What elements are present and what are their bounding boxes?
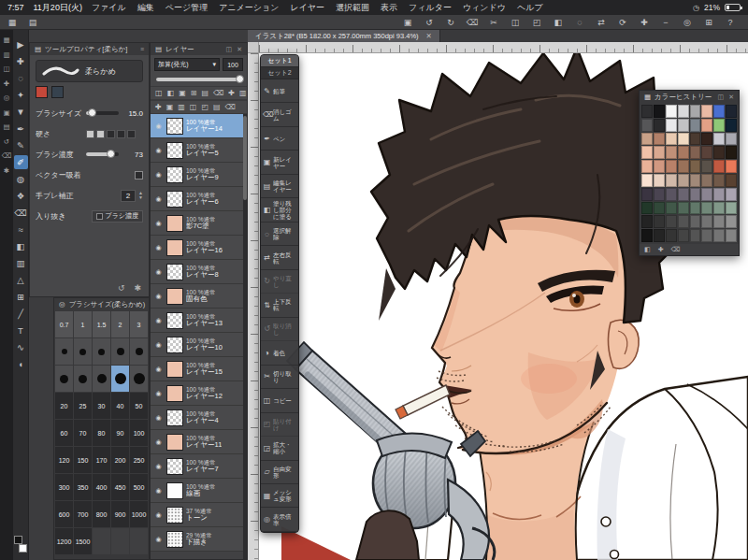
layer-row[interactable]: ◉100 %通常レイヤー16 — [151, 236, 247, 260]
layer-visibility-toggle[interactable]: ◉ — [153, 366, 164, 373]
redo-icon[interactable]: ↻ — [444, 16, 457, 28]
menu-item[interactable]: 表示 — [381, 2, 397, 14]
menu-item[interactable]: レイヤー — [290, 2, 324, 14]
edge-icon[interactable]: ✚ — [4, 80, 9, 88]
color-swatch[interactable] — [678, 105, 689, 118]
color-swatch[interactable] — [726, 174, 737, 187]
brush-size-cell[interactable]: 1500 — [74, 528, 92, 554]
brush-size-cell[interactable]: 800 — [93, 501, 110, 527]
color-swatch[interactable] — [678, 174, 689, 187]
layer-row[interactable]: ◉100 %通常線画 — [151, 479, 247, 503]
menu-item[interactable]: ファイル — [92, 2, 126, 14]
color-swatch[interactable] — [690, 202, 701, 215]
color-swatch[interactable] — [654, 215, 665, 228]
density-slider[interactable] — [86, 152, 119, 156]
layer-panel-icon[interactable]: ⌫ — [213, 89, 223, 97]
quick-access-item[interactable]: ⇅上下反転 — [261, 294, 298, 317]
layer-visibility-toggle[interactable]: ◉ — [153, 171, 164, 179]
color-swatch[interactable] — [701, 215, 712, 228]
color-swatch[interactable] — [678, 146, 689, 159]
layer-row[interactable]: ◉100 %通常レイヤー13 — [151, 309, 247, 333]
layer-visibility-toggle[interactable]: ◉ — [153, 244, 164, 251]
zoom-out-icon[interactable]: − — [659, 16, 672, 28]
reset-icon[interactable]: ↺ — [118, 283, 125, 293]
layer-opacity-value[interactable]: 100 — [223, 58, 243, 71]
color-swatch[interactable] — [726, 133, 737, 146]
brush-size-cell[interactable]: 3 — [130, 311, 148, 337]
eyedropper-tool[interactable]: ▼ — [14, 105, 28, 119]
layer-row[interactable]: ◉100 %通常レイヤー4 — [151, 406, 247, 430]
undo-icon[interactable]: ↺ — [423, 16, 436, 28]
layer-row[interactable]: ◉100 %通常レイヤー8 — [151, 260, 247, 284]
line-correct-tool[interactable]: ∿ — [14, 340, 28, 354]
layer-row[interactable]: ◉100 %通常レイヤー6 — [151, 187, 247, 211]
text-tool[interactable]: T — [14, 323, 28, 337]
color-swatch[interactable] — [666, 188, 677, 201]
quick-access-item[interactable]: ◫コピー — [261, 389, 298, 412]
decoration-tool[interactable]: ❖ — [14, 189, 28, 203]
brush-size-cell[interactable]: 450 — [111, 474, 129, 500]
edge-icon[interactable]: ↺ — [4, 138, 9, 146]
brush-size-cell[interactable]: 700 — [74, 501, 92, 527]
stepper-arrows-icon[interactable]: ▲▼ — [138, 191, 143, 200]
pen-tool[interactable]: ✒ — [14, 122, 28, 136]
color-swatch[interactable] — [666, 215, 677, 228]
brush-size-cell[interactable] — [111, 366, 129, 392]
color-swatch[interactable] — [690, 133, 701, 146]
color-swatch[interactable] — [654, 188, 665, 201]
layer-visibility-toggle[interactable]: ◉ — [153, 317, 164, 324]
flip-horizontal-icon[interactable]: ⇄ — [595, 16, 608, 28]
panel-collapse-icon[interactable]: ◫ — [226, 46, 233, 53]
edge-icon[interactable]: ⌫ — [2, 152, 12, 160]
lasso-tool[interactable]: ◌ — [14, 71, 28, 85]
color-swatch[interactable] — [726, 215, 737, 228]
layer-visibility-toggle[interactable]: ◉ — [153, 293, 164, 300]
brush-size-cell[interactable]: 350 — [74, 474, 92, 500]
color-swatch[interactable] — [641, 160, 653, 173]
main-color-swatch[interactable] — [14, 536, 22, 544]
quick-access-item[interactable]: ◑着色 — [261, 341, 298, 365]
layer-row[interactable]: ◉100 %通常影7C塗 — [151, 211, 247, 236]
layer-row[interactable]: ◉100 %通常レイヤー14 — [151, 114, 247, 138]
quick-access-item[interactable]: ✎鉛筆 — [261, 79, 298, 103]
rotate-icon[interactable]: ⟳ — [616, 16, 629, 28]
quick-access-item[interactable]: ◎表示倍率 — [261, 508, 298, 531]
color-swatch[interactable] — [713, 215, 725, 228]
in-out-checkbox[interactable] — [96, 213, 103, 220]
layer-panel-icon[interactable]: ⌫ — [225, 103, 236, 111]
color-history-header[interactable]: ▦ カラーヒストリー ◫ ✕ — [640, 91, 739, 103]
edge-icon[interactable]: ▤ — [3, 123, 9, 131]
brush-size-cell[interactable] — [130, 366, 148, 392]
layer-panel-icon[interactable]: ◰ — [201, 103, 209, 111]
color-swatch[interactable] — [641, 146, 653, 159]
palette-dock-icon[interactable]: ▤ — [26, 16, 39, 28]
blend-mode-select[interactable]: 加算(発光) ▾ — [154, 58, 220, 71]
menu-item[interactable]: 選択範囲 — [336, 2, 369, 14]
edge-icon[interactable]: ▥ — [3, 51, 9, 59]
cut-icon[interactable]: ✂ — [487, 16, 500, 28]
quick-access-item[interactable]: ◌選択解除 — [261, 223, 298, 246]
main-color-chip[interactable] — [36, 86, 48, 98]
panel-menu-icon[interactable]: ≡ — [140, 46, 144, 52]
color-swatch[interactable] — [726, 119, 737, 132]
color-swatch[interactable] — [654, 202, 665, 215]
grid-icon[interactable]: ⊞ — [702, 16, 715, 28]
color-swatch[interactable] — [726, 160, 737, 173]
color-swatch[interactable] — [654, 160, 665, 173]
color-swatch[interactable] — [701, 105, 712, 118]
layer-visibility-toggle[interactable]: ◉ — [153, 511, 164, 519]
layer-panel-icon[interactable]: ▥ — [239, 89, 247, 97]
brush-size-cell[interactable] — [74, 338, 92, 365]
color-swatch[interactable] — [641, 215, 653, 228]
color-swatch[interactable] — [654, 105, 665, 118]
layer-panel-icon[interactable]: ▣ — [179, 89, 186, 97]
layer-panel-icon[interactable]: ◫ — [155, 89, 163, 97]
color-swatch[interactable] — [690, 119, 701, 132]
ruler-tool[interactable]: ╱ — [14, 307, 28, 321]
brush-size-header[interactable]: ◎ ブラシサイズ(柔らかめ) — [54, 298, 149, 310]
brush-size-cell[interactable]: 100 — [130, 420, 148, 446]
sub-color-chip[interactable] — [51, 86, 64, 98]
color-swatch[interactable] — [713, 119, 725, 132]
quick-access-item[interactable]: ⌫消しゴム — [261, 103, 298, 126]
brush-size-cell[interactable]: 70 — [74, 420, 92, 446]
